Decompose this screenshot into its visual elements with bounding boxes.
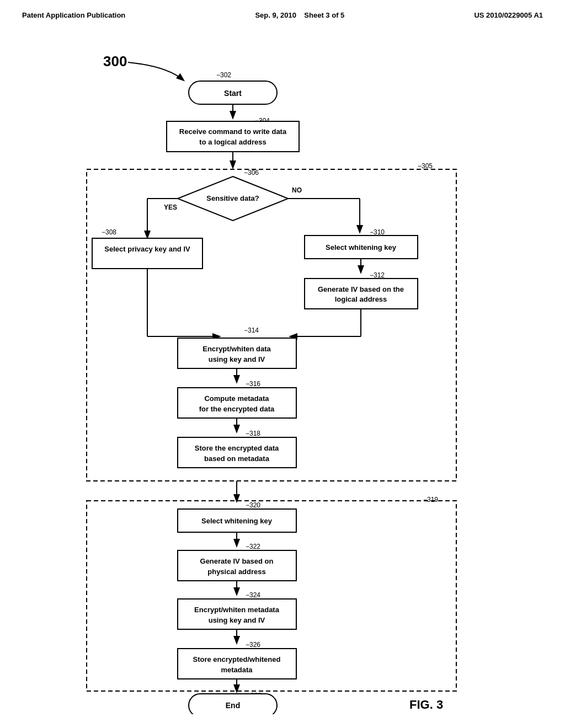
header-right: US 2010/0229005 A1 — [474, 11, 543, 19]
svg-rect-64 — [178, 599, 296, 629]
svg-text:YES: YES — [164, 204, 177, 211]
svg-text:using key and IV: using key and IV — [209, 616, 265, 624]
svg-text:−305: −305 — [418, 162, 433, 170]
svg-text:−316: −316 — [246, 380, 260, 388]
svg-text:Generate IV based on: Generate IV based on — [200, 557, 274, 565]
svg-text:based on metadata: based on metadata — [204, 454, 270, 463]
svg-text:Compute metadata: Compute metadata — [204, 394, 269, 403]
svg-text:Sensitive data?: Sensitive data? — [206, 194, 259, 202]
svg-text:−319: −319 — [423, 496, 438, 504]
svg-rect-59 — [178, 550, 296, 581]
svg-text:−310: −310 — [370, 228, 385, 236]
svg-text:−322: −322 — [246, 543, 260, 550]
svg-text:−308: −308 — [102, 228, 116, 236]
svg-text:Select privacy key and IV: Select privacy key and IV — [104, 245, 190, 253]
svg-text:using key and IV: using key and IV — [209, 355, 265, 363]
svg-text:300: 300 — [103, 53, 127, 69]
svg-text:Store the encrypted data: Store the encrypted data — [195, 444, 279, 452]
svg-text:NO: NO — [292, 186, 302, 194]
svg-text:Store encrypted/whitened: Store encrypted/whitened — [193, 655, 281, 663]
svg-text:metadata: metadata — [221, 666, 253, 674]
svg-text:physical address: physical address — [207, 568, 266, 576]
svg-text:logical address: logical address — [335, 295, 387, 303]
svg-text:End: End — [226, 701, 240, 710]
svg-rect-48 — [178, 437, 296, 468]
svg-text:−314: −314 — [244, 326, 259, 334]
svg-text:−312: −312 — [370, 271, 385, 279]
svg-text:−306: −306 — [244, 169, 259, 176]
header-center: Sep. 9, 2010 Sheet 3 of 5 — [255, 11, 344, 19]
svg-rect-8 — [167, 121, 299, 152]
svg-rect-69 — [178, 649, 296, 679]
svg-text:Generate IV based on the: Generate IV based on the — [318, 285, 404, 293]
svg-rect-43 — [178, 388, 296, 418]
svg-text:−324: −324 — [246, 591, 260, 599]
svg-text:Start: Start — [224, 89, 242, 98]
header-left: Patent Application Publication — [22, 11, 125, 19]
svg-text:Receive command to write data: Receive command to write data — [179, 127, 287, 136]
svg-rect-21 — [92, 238, 202, 269]
svg-rect-30 — [305, 279, 418, 309]
page-header: Patent Application Publication Sep. 9, 2… — [22, 11, 543, 19]
svg-rect-38 — [178, 338, 296, 368]
svg-text:for the encrypted data: for the encrypted data — [199, 405, 275, 413]
svg-text:Encrypt/whiten data: Encrypt/whiten data — [202, 345, 271, 353]
svg-text:Select whitening key: Select whitening key — [326, 243, 397, 251]
svg-text:Select whitening key: Select whitening key — [201, 517, 273, 525]
page: Patent Application Publication Sep. 9, 2… — [0, 0, 565, 728]
svg-text:to a logical address: to a logical address — [199, 138, 266, 146]
svg-text:−326: −326 — [246, 641, 260, 649]
svg-text:−318: −318 — [246, 430, 260, 437]
svg-rect-51 — [87, 169, 456, 481]
svg-text:−320: −320 — [246, 501, 260, 509]
svg-text:−302: −302 — [216, 71, 231, 79]
svg-text:Encrypt/whiten metadata: Encrypt/whiten metadata — [194, 606, 280, 614]
svg-text:FIG. 3: FIG. 3 — [409, 698, 443, 711]
flowchart-svg: 300 −302 Start −304 R — [56, 36, 509, 714]
diagram-container: 300 −302 Start −304 R — [22, 36, 543, 714]
